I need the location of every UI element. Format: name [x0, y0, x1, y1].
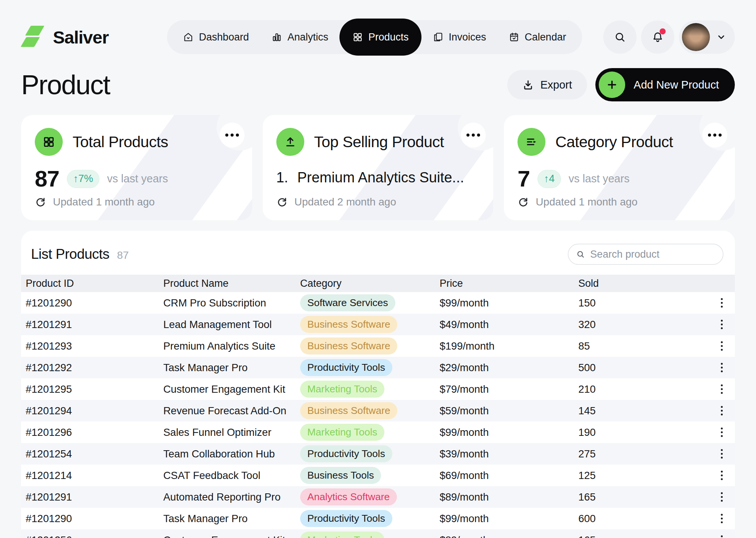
row-menu-button[interactable]	[708, 338, 735, 354]
nav-item-invoices[interactable]: Invoices	[421, 20, 497, 54]
category-badge: Business Tools	[300, 467, 381, 484]
table-row: #1201293 Premium Analytics Suite Busines…	[21, 335, 735, 357]
stat-card-category-product: Category Product 7 ↑4 vs last years Upda…	[504, 115, 735, 220]
cell-sold: 150	[578, 297, 708, 309]
table-row: #1201290 Task Manager Pro Productivity T…	[21, 508, 735, 529]
table-row: #1201254 Team Collaboration Hub Producti…	[21, 443, 735, 465]
cell-price: $29/month	[440, 362, 578, 374]
table-row: #1201296 Sales Funnel Optimizer Marketin…	[21, 421, 735, 443]
avatar	[682, 23, 710, 51]
table-row: #1201290 CRM Pro Subscription Software S…	[21, 292, 735, 314]
cell-product-name: Revenue Forecast Add-On	[163, 405, 300, 417]
table-row: #1201294 Revenue Forecast Add-On Busines…	[21, 400, 735, 421]
cell-product-id: #1201295	[21, 383, 163, 395]
cell-product-name: Task Manager Pro	[163, 513, 300, 525]
cell-product-id: #1201291	[21, 319, 163, 331]
notification-unread-dot	[660, 28, 666, 34]
row-menu-button[interactable]	[708, 532, 735, 538]
row-menu-button[interactable]	[708, 489, 735, 505]
cell-sold: 275	[578, 448, 708, 460]
user-menu[interactable]	[679, 20, 735, 54]
category-badge: Productivity Tools	[300, 359, 392, 376]
page-title: Product	[21, 69, 110, 100]
stat-note: vs last years	[569, 173, 629, 185]
plus-icon	[599, 72, 625, 98]
row-menu-button[interactable]	[708, 317, 735, 332]
row-menu-button[interactable]	[708, 403, 735, 418]
chevron-down-icon	[716, 32, 727, 42]
nav-item-products[interactable]: Products	[339, 19, 421, 56]
list-count: 87	[117, 249, 129, 261]
search-product-input[interactable]	[590, 249, 715, 260]
row-menu-button[interactable]	[708, 511, 735, 526]
grid-icon	[35, 128, 63, 156]
category-badge: Productivity Tools	[300, 510, 392, 527]
stat-card-top-selling: Top Selling Product 1. Premium Analytics…	[263, 115, 494, 220]
nav-item-calendar[interactable]: Calendar	[497, 20, 578, 54]
nav-item-analytics[interactable]: Analytics	[260, 20, 339, 54]
top-actions	[603, 20, 735, 54]
list-products-panel: List Products 87 Product ID Product Name…	[21, 231, 735, 538]
stat-note: vs last years	[107, 173, 168, 185]
main-nav: Dashboard Analytics Products Invoices Ca…	[167, 20, 582, 54]
row-menu-button[interactable]	[708, 446, 735, 462]
card-title: Top Selling Product	[314, 133, 444, 151]
nav-item-dashboard[interactable]: Dashboard	[172, 20, 260, 54]
cell-sold: 165	[578, 491, 708, 503]
row-menu-button[interactable]	[708, 468, 735, 483]
calendar-icon	[509, 32, 519, 42]
brand-name: Saliver	[53, 27, 108, 48]
table-body: #1201290 CRM Pro Subscription Software S…	[21, 292, 735, 538]
cell-price: $99/month	[440, 297, 578, 309]
top-product-name: 1. Premium Analytics Suite...	[276, 169, 480, 186]
column-sold: Sold	[578, 278, 708, 289]
brand-logo-icon	[21, 25, 45, 49]
cell-product-id: #1201254	[21, 448, 163, 460]
cell-product-name: Team Collaboration Hub	[163, 448, 300, 460]
row-menu-button[interactable]	[708, 360, 735, 375]
category-badge: Analytics Software	[300, 488, 397, 505]
row-menu-button[interactable]	[708, 381, 735, 397]
export-button[interactable]: Export	[507, 70, 587, 100]
top-bar: Saliver Dashboard Analytics Products Inv…	[21, 19, 735, 55]
cell-sold: 210	[578, 383, 708, 395]
product-search[interactable]	[568, 244, 723, 265]
column-price: Price	[440, 278, 578, 289]
cell-product-id: #1201294	[21, 405, 163, 417]
cell-sold: 165	[578, 534, 708, 538]
cell-sold: 145	[578, 405, 708, 417]
row-menu-button[interactable]	[708, 424, 735, 440]
cell-sold: 85	[578, 340, 708, 352]
cell-price: $79/month	[440, 383, 578, 395]
cell-price: $99/month	[440, 513, 578, 525]
notifications-button[interactable]	[641, 20, 674, 54]
home-icon	[183, 32, 194, 42]
cell-sold: 190	[578, 426, 708, 438]
grid-icon	[352, 32, 363, 42]
cell-product-id: #1201292	[21, 362, 163, 374]
stat-value: 7	[517, 166, 530, 192]
cell-product-id: #1201290	[21, 513, 163, 525]
column-category: Category	[300, 278, 440, 289]
category-badge: Business Software	[300, 337, 397, 355]
download-icon	[522, 79, 534, 90]
cell-product-name: Lead Management Tool	[163, 319, 300, 331]
cell-product-name: Customer Engagement Kit	[163, 534, 300, 538]
cell-product-name: Automated Reporting Pro	[163, 491, 300, 503]
refresh-icon	[517, 196, 529, 208]
table-row: #1201295 Customer Engagement Kit Marketi…	[21, 378, 735, 400]
page-header: Product Export Add New Product	[21, 68, 735, 101]
category-badge: Business Software	[300, 402, 397, 419]
table-row: #1201214 CSAT Feedback Tool Business Too…	[21, 465, 735, 486]
row-menu-button[interactable]	[708, 295, 735, 311]
cell-product-name: Customer Engagement Kit	[163, 383, 300, 395]
add-new-product-button[interactable]: Add New Product	[595, 68, 735, 101]
cell-product-name: Sales Funnel Optimizer	[163, 426, 300, 438]
search-button[interactable]	[603, 20, 637, 54]
cell-sold: 500	[578, 362, 708, 374]
cell-price: $89/month	[440, 534, 578, 538]
stat-value: 87	[35, 166, 59, 192]
cell-sold: 600	[578, 513, 708, 525]
updated-text: Updated 1 month ago	[53, 196, 155, 208]
table-row: #1201256 Customer Engagement Kit Marketi…	[21, 529, 735, 538]
